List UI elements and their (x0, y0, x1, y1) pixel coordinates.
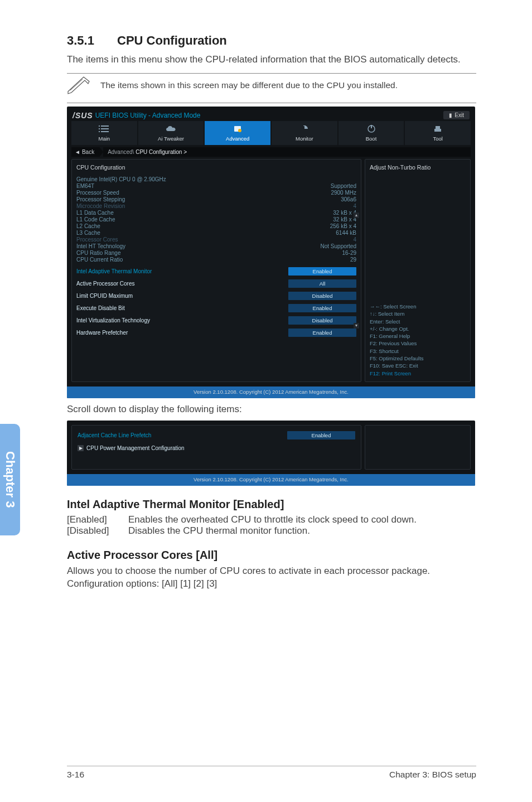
setting-label: Execute Disable Bit (76, 305, 125, 311)
svg-rect-5 (101, 131, 109, 132)
tab-monitor[interactable]: Monitor (272, 121, 337, 145)
exit-label: Exit (454, 112, 464, 118)
subsection-body: Allows you to choose the number of CPU c… (67, 565, 476, 591)
tool-icon (431, 124, 444, 133)
brand-logo: /SUS (72, 111, 93, 120)
tab-tool[interactable]: Tool (405, 121, 471, 145)
option-row: [Disabled]Disables the CPU thermal monit… (67, 525, 476, 537)
setting-value[interactable]: Enabled (287, 431, 355, 439)
option-desc: Disables the CPU thermal monitor functio… (128, 525, 310, 537)
page-footer: 3-16 Chapter 3: BIOS setup (67, 766, 476, 780)
tab-main[interactable]: Main (71, 121, 137, 145)
option-key: [Disabled] (67, 525, 128, 537)
setting-row[interactable]: Execute Disable BitEnabled (76, 304, 356, 312)
help-line: F12: Print Screen (370, 370, 466, 377)
info-value: 32 kB x 4 (333, 210, 356, 216)
info-label: CPU Current Ratio (76, 257, 123, 263)
setting-row[interactable]: Intel Virtualization TechnologyDisabled (76, 316, 356, 325)
setting-value[interactable]: Enabled (288, 267, 356, 276)
setting-value[interactable]: All (288, 279, 356, 288)
monitor-icon (298, 124, 311, 133)
info-label: Processor Cores (76, 236, 118, 243)
setting-label[interactable]: Adjacent Cache Line Prefetch (78, 432, 151, 438)
svg-rect-8 (303, 125, 306, 126)
svg-point-7 (238, 129, 241, 132)
info-label: Processor Stepping (76, 196, 125, 202)
info-label: L3 Cache (76, 230, 100, 236)
submenu-link[interactable]: CPU Power Management Configuration (86, 445, 185, 451)
info-row: L1 Data Cache32 kB x 4 (76, 210, 356, 216)
tab-boot[interactable]: Boot (338, 121, 404, 145)
tab-label: Advanced (205, 136, 270, 142)
setting-value[interactable]: Enabled (288, 304, 356, 312)
bios-logo-row: /SUS UEFI BIOS Utility - Advanced Mode (72, 111, 200, 120)
setting-row[interactable]: Intel Adaptive Thermal MonitorEnabled (76, 267, 356, 276)
info-value: Not Supported (321, 243, 357, 249)
bios2-right (365, 425, 471, 470)
bios-right-panel: Adjust Non-Turbo Ratio →←: Select Screen… (365, 159, 471, 382)
tab-label: Boot (338, 136, 404, 142)
setting-row[interactable]: Active Processor CoresAll (76, 279, 356, 288)
chevron-right-icon: ▶ (78, 445, 84, 451)
right-panel-title: Adjust Non-Turbo Ratio (370, 164, 466, 171)
scroll-up-icon[interactable]: ▲ (354, 212, 359, 218)
setting-value[interactable]: Enabled (288, 328, 356, 337)
subsection-heading: Intel Adaptive Thermal Monitor [Enabled] (67, 498, 476, 511)
setting-row[interactable]: Hardware PrefetcherEnabled (76, 328, 356, 337)
setting-label: Hardware Prefetcher (76, 330, 128, 336)
help-line: F1: General Help (370, 332, 466, 340)
info-value: 4 (353, 203, 356, 209)
svg-rect-12 (434, 129, 441, 132)
info-row: L2 Cache256 kB x 4 (76, 223, 356, 230)
tab-ai-tweaker[interactable]: Ai Tweaker (138, 121, 204, 145)
divider (67, 73, 476, 74)
info-value: 6144 kB (336, 230, 356, 236)
help-line: +/-: Change Opt. (370, 325, 466, 332)
footer-chapter: Chapter 3: BIOS setup (389, 770, 476, 780)
bios-screenshot-cont: Adjacent Cache Line Prefetch Enabled ▶ C… (67, 421, 475, 486)
breadcrumb-active: CPU Configuration > (136, 149, 187, 155)
info-row: Microcode Revision4 (76, 203, 356, 210)
info-label: Intel HT Technology (76, 243, 125, 249)
info-row: Genuine Intel(R) CPU 0 @ 2.90GHz (76, 176, 356, 183)
section-number: 3.5.1 (67, 33, 117, 48)
scroll-hint: Scroll down to display the following ite… (67, 404, 476, 415)
divider (67, 103, 476, 103)
note-text: The items shown in this screen may be di… (100, 80, 398, 90)
info-row: L3 Cache6144 kB (76, 230, 356, 236)
info-row: CPU Ratio Range16-29 (76, 250, 356, 257)
help-line: F3: Shortcut (370, 347, 466, 355)
back-arrow-icon: ◄ (75, 149, 80, 155)
info-label: Processor Speed (76, 190, 119, 196)
help-block: →←: Select Screen↑↓: Select ItemEnter: S… (370, 303, 466, 377)
section-heading: 3.5.1CPU Configuration (67, 33, 476, 48)
section-title: CPU Configuration (117, 33, 227, 47)
option-desc: Enables the overheated CPU to throttle i… (128, 514, 417, 525)
option-row: [Enabled]Enables the overheated CPU to t… (67, 514, 476, 525)
back-button[interactable]: ◄ Back (71, 147, 103, 157)
chapter-tab: Chapter 3 (0, 424, 20, 535)
setting-row[interactable]: Limit CPUID MaximumDisabled (76, 292, 356, 300)
info-label: Genuine Intel(R) CPU 0 @ 2.90GHz (76, 176, 166, 182)
help-line: Enter: Select (370, 318, 466, 325)
setting-value[interactable]: Disabled (288, 316, 356, 325)
exit-button[interactable]: ▮ Exit (443, 111, 470, 119)
version-bar: Version 2.10.1208. Copyright (C) 2012 Am… (67, 474, 475, 486)
info-label: L1 Code Cache (76, 216, 115, 223)
breadcrumb-prefix: Advanced\ (108, 149, 136, 155)
tab-label: Main (71, 136, 137, 142)
info-value: Supported (331, 183, 356, 189)
info-row: CPU Current Ratio29 (76, 257, 356, 263)
setting-label: Intel Adaptive Thermal Monitor (76, 268, 152, 274)
scrollbar[interactable]: ▲ ▼ (354, 212, 359, 330)
tab-advanced[interactable]: Advanced (205, 121, 270, 145)
info-value: 256 kB x 4 (330, 223, 356, 229)
setting-value[interactable]: Disabled (288, 292, 356, 300)
info-label: EM64T (76, 183, 94, 189)
subsection-heading: Active Processor Cores [All] (67, 549, 476, 562)
option-key: [Enabled] (67, 514, 128, 525)
breadcrumb: Advanced\ CPU Configuration > (103, 147, 471, 157)
info-row: EM64TSupported (76, 183, 356, 190)
scroll-down-icon[interactable]: ▼ (354, 323, 359, 328)
info-label: CPU Ratio Range (76, 250, 120, 256)
